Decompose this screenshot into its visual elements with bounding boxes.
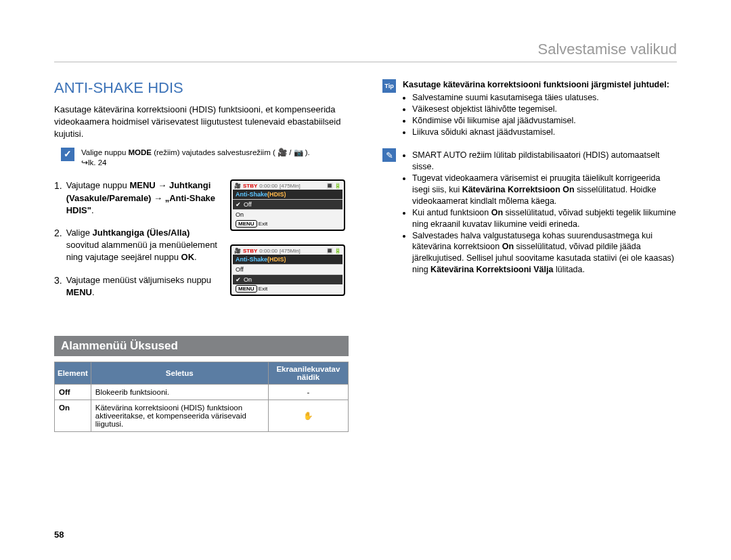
- tip-bullet: Väikesest objektist lähivõtte tegemisel.: [412, 104, 677, 115]
- step-3: 3. Vajutage menüüst väljumiseks nuppu ME…: [54, 274, 220, 299]
- table-row: Off Blokeerib funktsiooni. -: [55, 384, 349, 400]
- submenu-title: Alammenüü Üksused: [54, 336, 349, 356]
- check-icon: ✓: [61, 148, 74, 161]
- table-row: On Kätevärina korrektsiooni (HDIS) funkt…: [55, 400, 349, 431]
- submenu-table: Element Seletus Ekraanilekuvatav näidik …: [54, 362, 349, 432]
- col-seletus: Seletus: [91, 362, 268, 384]
- col-element: Element: [55, 362, 91, 384]
- col-naidik: Ekraanilekuvatav näidik: [268, 362, 348, 384]
- step-1: 1. Vajutage nuppu MENU → Juhtkangi (Vasa…: [54, 179, 220, 217]
- intro-text: Kasutage kätevärina korrektsiooni (HDIS)…: [54, 104, 349, 141]
- lcd-panel-on-selected: 🎥 STBY 0:00:00 [475Min] 🔳 🔋 Anti-Shake(H…: [230, 244, 345, 296]
- note-bullet: Kui antud funktsioon On sisselülitatud, …: [412, 207, 677, 230]
- note-bullet: Salvestades halva valgustatusega kohas s…: [412, 230, 677, 276]
- step-2: 2. Valige Juhtkangiga (Üles/Alla) soovit…: [54, 227, 220, 264]
- tip-heading: Kasutage kätevärina korrektsiooni funkts…: [403, 80, 669, 89]
- pencil-icon: ✎: [382, 148, 396, 162]
- note-bullet: SMART AUTO režiim lülitab pildistabilisa…: [412, 150, 677, 173]
- tip-bullet: Liikuva sõiduki aknast jäädvustamisel.: [412, 127, 677, 138]
- tip-bullet: Salvestamine suumi kasutamisega täies ul…: [412, 92, 677, 104]
- note-mode: MODE: [128, 148, 152, 156]
- note-text: Valige nuppu: [81, 148, 128, 156]
- page-number: 58: [54, 530, 64, 540]
- step-number: 1.: [54, 179, 62, 217]
- hand-icon: ✋: [268, 400, 348, 431]
- note-block: ✎ SMART AUTO režiim lülitab pildistabili…: [382, 148, 677, 276]
- tip-block: Tip Kasutage kätevärina korrektsiooni fu…: [382, 79, 677, 137]
- step-number: 3.: [54, 274, 62, 299]
- note-bullet: Tugevat videokaamera värisemist ei pruug…: [412, 173, 677, 207]
- tip-icon: Tip: [382, 79, 396, 93]
- lcd-panel-off-selected: 🎥 STBY 0:00:00 [475Min] 🔳 🔋 Anti-Shake(H…: [230, 179, 345, 231]
- note-text-post: (režiim) vajutades salvestusrežiim ( 🎥 /…: [152, 148, 310, 156]
- mode-note: ✓ Valige nuppu MODE (režiim) vajutades s…: [61, 148, 349, 168]
- page-header: Salvestamise valikud: [54, 41, 677, 62]
- step-number: 2.: [54, 227, 62, 264]
- note-page-ref: ↪lk. 24: [81, 158, 107, 167]
- tip-bullet: Kõndimise või liikumise ajal jäädvustami…: [412, 115, 677, 127]
- section-title: ANTI-SHAKE HDIS: [54, 79, 349, 97]
